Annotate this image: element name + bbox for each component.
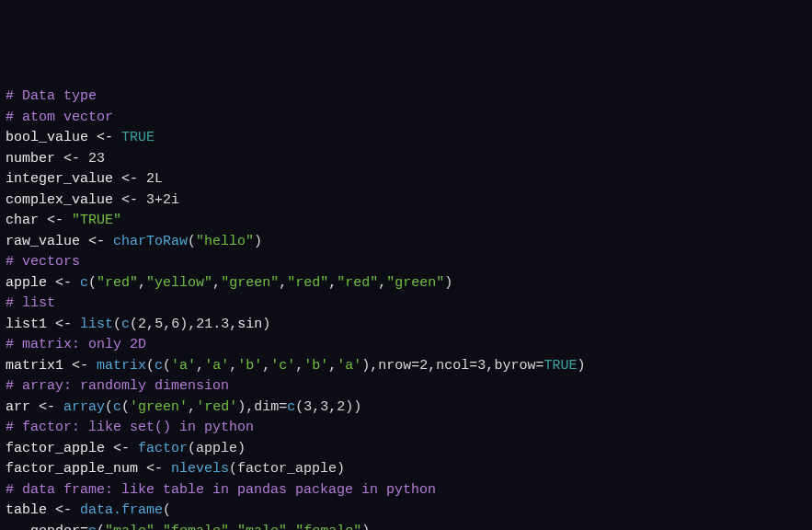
code-token: <- bbox=[146, 461, 171, 477]
code-token: <- bbox=[121, 171, 146, 187]
code-token: TRUE bbox=[543, 358, 577, 374]
code-line[interactable]: factor_apple_num <- nlevels(factor_apple… bbox=[6, 459, 806, 480]
code-token: ( bbox=[130, 317, 138, 332]
code-line[interactable]: # vectors bbox=[6, 252, 806, 273]
code-token: c bbox=[88, 524, 97, 531]
code-line[interactable]: arr <- array(c('green','red'),dim=c(3,3,… bbox=[6, 398, 806, 419]
code-token: , bbox=[378, 275, 386, 291]
code-token: # list bbox=[6, 295, 55, 311]
code-token: 'a' bbox=[204, 358, 229, 374]
code-token: c bbox=[80, 275, 88, 291]
code-token: , bbox=[428, 358, 436, 374]
code-line[interactable]: list1 <- list(c(2,5,6),21.3,sin) bbox=[6, 315, 806, 336]
code-line[interactable]: table <- data.frame( bbox=[6, 501, 806, 522]
code-token: # array: randomly dimension bbox=[6, 378, 229, 394]
code-token: # data frame: like table in pandas packa… bbox=[6, 482, 436, 498]
code-token: , bbox=[138, 275, 146, 291]
code-token: , bbox=[328, 358, 337, 374]
code-line[interactable]: # atom vector bbox=[6, 108, 806, 129]
code-token: ) bbox=[262, 317, 270, 332]
code-token: 2L bbox=[146, 171, 163, 187]
code-token: byrow= bbox=[494, 358, 543, 374]
code-line[interactable]: # data frame: like table in pandas packa… bbox=[6, 480, 806, 501]
code-token: list1 bbox=[6, 317, 55, 332]
code-token: dim= bbox=[254, 399, 287, 415]
code-token: <- bbox=[55, 275, 80, 291]
code-token: # vectors bbox=[6, 254, 80, 270]
code-token: )) bbox=[345, 399, 361, 415]
code-token: number bbox=[6, 151, 63, 167]
code-line[interactable]: factor_apple <- factor(apple) bbox=[6, 439, 806, 460]
code-line[interactable]: matrix1 <- matrix(c('a','a','b','c','b',… bbox=[6, 356, 806, 377]
code-token: , bbox=[163, 317, 171, 332]
code-token: arr bbox=[6, 399, 39, 415]
code-token: matrix bbox=[97, 358, 146, 374]
code-line[interactable]: # Data type bbox=[6, 86, 806, 108]
code-line[interactable]: # matrix: only 2D bbox=[6, 335, 806, 356]
code-token: "male" bbox=[105, 524, 154, 531]
code-token: TRUE bbox=[121, 130, 154, 145]
code-line[interactable]: complex_value <- 3+2i bbox=[6, 190, 806, 212]
code-line[interactable]: gender=c("male","female","male","female"… bbox=[6, 522, 806, 531]
code-token: ( bbox=[188, 234, 196, 249]
code-token: ( bbox=[146, 358, 154, 374]
code-line[interactable]: bool_value <- TRUE bbox=[6, 128, 806, 149]
code-token: c bbox=[154, 358, 163, 374]
code-token: 'b' bbox=[303, 358, 328, 374]
code-line[interactable]: # list bbox=[6, 294, 806, 315]
code-token: 'a' bbox=[337, 358, 361, 374]
code-token: 3 bbox=[303, 399, 312, 415]
code-token: ) bbox=[254, 234, 262, 249]
code-token: <- bbox=[72, 358, 97, 374]
code-token: 21.3 bbox=[196, 317, 229, 332]
code-token: (factor_apple) bbox=[229, 461, 345, 477]
code-token: # atom vector bbox=[6, 109, 113, 125]
code-token: factor_apple_num bbox=[6, 461, 146, 477]
code-line[interactable]: # factor: like set() in python bbox=[6, 418, 806, 439]
code-token: <- bbox=[55, 317, 80, 332]
code-token: ), bbox=[361, 358, 378, 374]
code-line[interactable]: # array: randomly dimension bbox=[6, 376, 806, 398]
code-token: , bbox=[146, 317, 154, 332]
code-token: ( bbox=[113, 317, 121, 332]
code-token: , bbox=[229, 358, 237, 374]
code-token: (apple) bbox=[188, 441, 246, 456]
code-token: "red" bbox=[97, 275, 138, 291]
code-line[interactable]: number <- 23 bbox=[6, 149, 806, 170]
code-line[interactable]: apple <- c("red","yellow","green","red",… bbox=[6, 273, 806, 294]
code-token: sin bbox=[237, 317, 262, 332]
code-token: "hello" bbox=[196, 234, 254, 249]
code-token: 2 bbox=[419, 358, 428, 374]
code-token: "yellow" bbox=[146, 275, 212, 291]
code-token: , bbox=[328, 399, 337, 415]
code-token: , bbox=[154, 524, 163, 531]
code-token: "green" bbox=[221, 275, 279, 291]
code-token: ( bbox=[163, 502, 171, 518]
code-token: 6 bbox=[171, 317, 179, 332]
code-token: ( bbox=[97, 524, 105, 531]
code-token: <- bbox=[121, 192, 146, 208]
code-token: bool_value bbox=[6, 130, 97, 145]
code-token: , bbox=[229, 317, 237, 332]
code-line[interactable]: char <- "TRUE" bbox=[6, 211, 806, 232]
code-line[interactable]: integer_value <- 2L bbox=[6, 169, 806, 190]
code-token: , bbox=[229, 524, 237, 531]
code-token: 3+2i bbox=[146, 192, 179, 208]
code-token: <- bbox=[47, 213, 72, 228]
code-token: ) bbox=[577, 358, 585, 374]
code-token: <- bbox=[55, 502, 80, 518]
code-token: apple bbox=[6, 275, 55, 291]
code-token: c bbox=[113, 399, 121, 415]
code-token: 'c' bbox=[270, 358, 295, 374]
code-editor[interactable]: # Data type# atom vectorbool_value <- TR… bbox=[6, 86, 806, 530]
code-token: matrix1 bbox=[6, 358, 72, 374]
code-token: , bbox=[295, 358, 303, 374]
code-token: "red" bbox=[287, 275, 328, 291]
code-line[interactable]: raw_value <- charToRaw("hello") bbox=[6, 232, 806, 253]
code-token: "male" bbox=[237, 524, 287, 531]
code-token: ) bbox=[444, 275, 452, 291]
code-token: <- bbox=[97, 130, 121, 145]
code-token: c bbox=[121, 317, 130, 332]
code-token: 'green' bbox=[130, 399, 188, 415]
code-token: "TRUE" bbox=[72, 213, 121, 228]
